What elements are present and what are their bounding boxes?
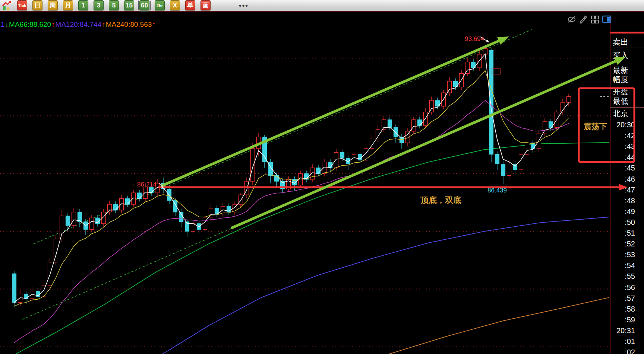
more-button[interactable]: ••• xyxy=(239,1,249,10)
candle xyxy=(90,218,94,229)
quote-label-open: 开盘 xyxy=(613,86,628,97)
time-row: :49 xyxy=(610,207,635,216)
support-line-arrow xyxy=(158,184,628,191)
ma-value-2: MA240:80.563 xyxy=(106,20,152,28)
toolbar-button-3[interactable]: 3 xyxy=(94,0,104,10)
candle xyxy=(293,179,297,185)
candle xyxy=(257,137,261,149)
ma-line-fast xyxy=(14,54,569,303)
candle xyxy=(346,158,350,164)
time-row: :02 xyxy=(610,348,635,354)
candle xyxy=(185,222,189,232)
ma-up-arrow: ↑ xyxy=(51,20,55,28)
chart-annotation-4: 震荡下 xyxy=(583,122,607,131)
candle xyxy=(495,154,499,164)
candle xyxy=(167,189,171,201)
toolbar-button-15[interactable]: 15 xyxy=(124,0,134,10)
toolbar-button-画[interactable]: 画 xyxy=(201,0,211,10)
toolbar-button-周[interactable]: 周 xyxy=(48,0,58,10)
candle xyxy=(418,120,422,126)
candle xyxy=(406,131,410,143)
toolbar-button-Tick[interactable]: Tick xyxy=(17,0,27,10)
time-row: :52 xyxy=(610,240,635,248)
candle xyxy=(531,143,535,149)
ma-line-MA240 xyxy=(388,297,609,354)
candle xyxy=(543,122,547,133)
time-row: 20:31 xyxy=(610,326,635,335)
ma-prefix: 1 xyxy=(1,20,5,28)
quote-panel: 卖出买入最新幅度开盘最低北京20:30:42:43:44:45:46:47:48… xyxy=(610,15,644,354)
time-row: :43 xyxy=(610,142,635,151)
candle xyxy=(454,81,458,87)
candle xyxy=(382,120,386,130)
ma-up-arrow: ↑ xyxy=(152,20,156,28)
candle xyxy=(561,102,565,112)
chart-annotation-1: 86.214 xyxy=(137,181,157,188)
candlestick-chart[interactable]: 93.69486.21486.439顶底，双底震荡下 xyxy=(0,0,644,354)
time-row: :48 xyxy=(610,197,635,205)
toolbar-button-2hr[interactable]: 2hr xyxy=(155,0,165,10)
candle xyxy=(424,112,428,125)
toolbar-button-5[interactable]: 5 xyxy=(109,0,119,10)
candle xyxy=(489,50,493,154)
panel-layout-icon[interactable] xyxy=(602,15,612,23)
channel-line-1 xyxy=(22,102,522,319)
candle xyxy=(12,274,16,303)
candle xyxy=(352,154,356,164)
quote-label-range: 幅度 xyxy=(613,74,628,85)
candle xyxy=(221,206,225,214)
time-row: :01 xyxy=(610,337,635,346)
candle xyxy=(507,164,511,176)
time-row: :46 xyxy=(610,175,635,184)
ma-down-arrow: ↓ xyxy=(5,20,9,28)
ma-line-MA120 xyxy=(160,217,609,354)
time-row: :50 xyxy=(610,218,635,227)
eye-off-icon[interactable] xyxy=(567,15,576,23)
candle xyxy=(501,164,505,176)
toolbar-button-60[interactable]: 60 xyxy=(139,0,149,10)
candle xyxy=(376,129,380,139)
candle xyxy=(460,74,464,87)
toolbar-button-单[interactable]: 单 xyxy=(185,0,195,10)
candle xyxy=(358,154,362,160)
ma-value-1: MA120:84.744 xyxy=(56,20,102,28)
long-ma-lines xyxy=(15,143,609,354)
toolbar-button-月[interactable]: 月 xyxy=(63,0,73,10)
candle xyxy=(328,162,332,168)
ma-line-slow xyxy=(14,101,569,343)
grid-icon[interactable] xyxy=(590,15,599,23)
ma-line-MA66 xyxy=(15,143,609,354)
candle xyxy=(567,97,571,103)
quote-divider xyxy=(610,107,644,108)
candle xyxy=(102,212,106,224)
candle xyxy=(203,218,207,229)
pencil-icon[interactable] xyxy=(579,15,588,23)
candle xyxy=(448,81,452,93)
time-row: :56 xyxy=(610,283,635,292)
candle xyxy=(322,162,326,173)
chart-annotation-3: 顶底，双底 xyxy=(420,195,461,205)
candle xyxy=(114,204,118,210)
candle xyxy=(388,120,392,128)
candle xyxy=(334,152,338,168)
toolbar-button-X[interactable]: X xyxy=(170,0,180,10)
candle xyxy=(120,199,124,210)
toolbar-button-日[interactable]: 日 xyxy=(32,0,42,10)
candle xyxy=(179,212,183,222)
toolbar: Tick日周月13515602hrX单画 ••• xyxy=(0,0,644,12)
time-row: :42 xyxy=(610,131,635,140)
candle xyxy=(161,183,165,189)
candle xyxy=(555,112,559,127)
chart-tool-icons xyxy=(567,15,612,23)
candle xyxy=(173,201,177,212)
time-row: 20:30 xyxy=(610,121,635,129)
candle xyxy=(143,187,148,199)
candle xyxy=(42,285,46,297)
candle xyxy=(96,218,100,224)
toolbar-button-1[interactable]: 1 xyxy=(78,0,88,10)
quote-panel-red-divider xyxy=(610,32,644,34)
trend-arrow-1 xyxy=(231,57,626,228)
candle xyxy=(549,122,553,128)
time-row: :55 xyxy=(610,272,635,281)
time-row: :59 xyxy=(610,316,635,324)
